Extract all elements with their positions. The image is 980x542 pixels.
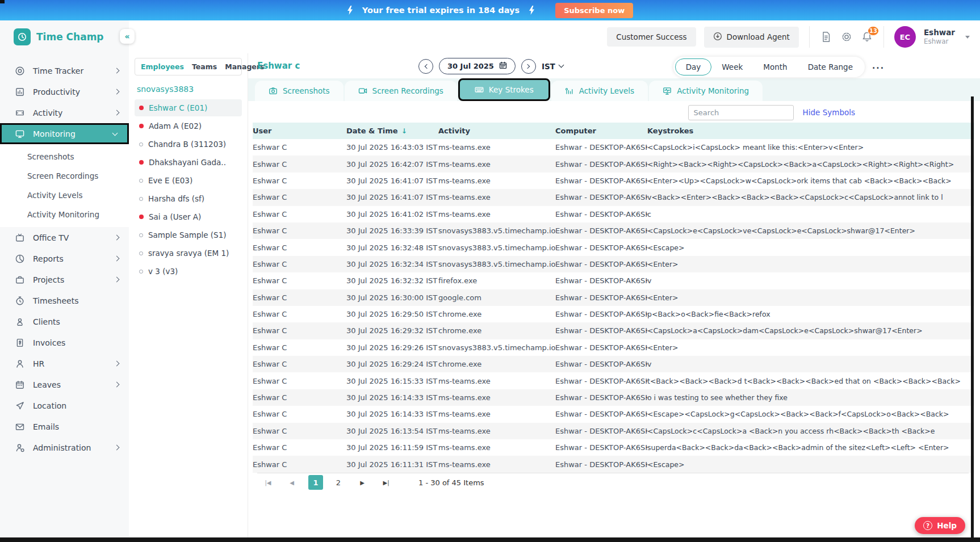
table-row[interactable]: Eshwar C30 Jul 2025 16:29:26 ISTsnovasys… <box>253 339 974 356</box>
table-row[interactable]: Eshwar C30 Jul 2025 16:29:24 ISTchrome.e… <box>253 356 974 372</box>
last-page-button[interactable]: ▶| <box>379 475 393 490</box>
table-toolbar: Hide Symbols <box>248 103 980 121</box>
prev-day-button[interactable] <box>418 59 433 74</box>
table-row[interactable]: Eshwar C30 Jul 2025 16:32:34 ISTsnovasys… <box>253 256 974 272</box>
chevron-right-icon <box>114 277 120 283</box>
table-row[interactable]: Eshwar C30 Jul 2025 16:42:07 ISTms-teams… <box>253 156 974 172</box>
table-row[interactable]: Eshwar C30 Jul 2025 16:13:54 ISTms-teams… <box>253 423 974 439</box>
table-row[interactable]: Eshwar C30 Jul 2025 16:11:59 ISTms-teams… <box>253 439 974 456</box>
settings-gear-icon[interactable] <box>840 31 853 43</box>
table-row[interactable]: Eshwar C30 Jul 2025 16:41:07 ISTms-teams… <box>253 173 974 189</box>
first-page-button[interactable]: |◀ <box>261 475 275 490</box>
sidebar-item-invoices[interactable]: Invoices <box>0 332 129 353</box>
employee-panel-tab-employees[interactable]: Employees <box>141 62 184 71</box>
employee-item[interactable]: Chandra B (311203) <box>135 136 242 153</box>
sidebar-item-hr[interactable]: HR <box>0 353 129 374</box>
column-header-computer[interactable]: Computer <box>555 127 647 135</box>
subscribe-now-button[interactable]: Subscribe now <box>555 3 633 18</box>
paper-plane-icon <box>15 401 25 411</box>
tab-screenshots[interactable]: Screenshots <box>255 81 344 101</box>
column-header-user[interactable]: User <box>253 127 346 135</box>
cell-computer: Eshwar - DESKTOP-AK6SK1… <box>555 410 647 418</box>
column-header-date-time[interactable]: Date & Time↓ <box>346 127 438 135</box>
table-row[interactable]: Eshwar C30 Jul 2025 16:14:33 ISTms-teams… <box>253 389 974 406</box>
document-icon[interactable] <box>820 31 832 43</box>
cell-user: Eshwar C <box>253 226 346 235</box>
sidebar-item-clients[interactable]: Clients <box>0 311 129 332</box>
sidebar-item-monitoring[interactable]: Monitoring <box>0 123 129 144</box>
table-row[interactable]: Eshwar C30 Jul 2025 16:14:33 ISTms-teams… <box>253 406 974 422</box>
download-agent-button[interactable]: Download Agent <box>704 27 799 48</box>
timezone-select[interactable]: IST <box>542 62 563 71</box>
sidebar-item-office-tv[interactable]: Office TV <box>0 227 129 248</box>
employee-item[interactable]: Eve E (E03) <box>135 172 242 189</box>
user-avatar[interactable]: EC <box>894 26 916 48</box>
notification-bell-icon[interactable]: 13 <box>861 31 873 43</box>
table-row[interactable]: Eshwar C30 Jul 2025 16:32:32 ISTfirefox.… <box>253 272 974 289</box>
sidebar-item-activity[interactable]: Activity <box>0 102 129 123</box>
table-header-row: UserDate & Time↓ActivityComputerKeystrok… <box>253 123 974 139</box>
next-page-button[interactable]: ▶ <box>355 475 370 490</box>
employee-item[interactable]: Sai a (User A) <box>135 208 242 225</box>
sidebar-subitem-activity-levels[interactable]: Activity Levels <box>0 186 129 205</box>
date-picker[interactable]: 30 Jul 2025 <box>439 58 516 74</box>
page-title: Eshwar c <box>257 61 300 71</box>
table-row[interactable]: Eshwar C30 Jul 2025 16:41:02 ISTms-teams… <box>253 206 974 222</box>
tab-screen-recordings[interactable]: Screen Recordings <box>345 81 457 101</box>
employee-group-header[interactable]: snovasys3883 <box>137 85 240 94</box>
sidebar-item-productivity[interactable]: Productivity <box>0 81 129 102</box>
sidebar-subitem-activity-monitoring[interactable]: Activity Monitoring <box>0 205 129 224</box>
cell-datetime: 30 Jul 2025 16:33:39 IST <box>346 226 438 235</box>
table-row[interactable]: Eshwar C30 Jul 2025 16:29:32 ISTchrome.e… <box>253 322 974 339</box>
page-button-2[interactable]: 2 <box>331 475 346 490</box>
sidebar-subitem-screenshots[interactable]: Screenshots <box>0 147 129 166</box>
table-row[interactable]: Eshwar C30 Jul 2025 16:29:50 ISTchrome.e… <box>253 306 974 322</box>
page-button-1[interactable]: 1 <box>308 475 323 490</box>
range-tab-week[interactable]: Week <box>711 59 753 75</box>
tab-activity-monitoring[interactable]: Activity Monitoring <box>649 81 763 101</box>
search-input[interactable] <box>688 105 794 120</box>
table-row[interactable]: Eshwar C30 Jul 2025 16:32:48 ISTsnovasys… <box>253 239 974 255</box>
sidebar-item-reports[interactable]: Reports <box>0 248 129 269</box>
user-menu-caret-icon[interactable] <box>965 36 970 39</box>
help-button[interactable]: ? Help <box>915 517 965 534</box>
sidebar-item-time-tracker[interactable]: Time Tracker <box>0 60 129 81</box>
range-tab-date-range[interactable]: Date Range <box>798 59 863 75</box>
sidebar-item-location[interactable]: Location <box>0 395 129 416</box>
range-tab-month[interactable]: Month <box>753 59 797 75</box>
sidebar-collapse-button[interactable]: « <box>120 29 135 44</box>
sidebar-item-administration[interactable]: Administration <box>0 437 129 458</box>
hide-symbols-link[interactable]: Hide Symbols <box>803 108 855 117</box>
next-day-button[interactable] <box>521 59 536 74</box>
table-row[interactable]: Eshwar C30 Jul 2025 16:43:03 ISTms-teams… <box>253 139 974 156</box>
column-header-activity[interactable]: Activity <box>438 127 555 135</box>
table-row[interactable]: Eshwar C30 Jul 2025 16:33:39 ISTsnovasys… <box>253 222 974 239</box>
sidebar-item-timesheets[interactable]: Timesheets <box>0 290 129 311</box>
table-row[interactable]: Eshwar C30 Jul 2025 16:41:07 ISTms-teams… <box>253 189 974 205</box>
cell-user: Eshwar C <box>253 326 346 335</box>
sidebar-item-emails[interactable]: Emails <box>0 416 129 437</box>
cell-keystrokes: o i was testing to see whether they fixe <box>647 393 974 402</box>
column-header-keystrokes[interactable]: Keystrokes <box>647 127 974 135</box>
employee-item[interactable]: sravya sravya (EM 1) <box>135 245 242 262</box>
employee-panel-tab-teams[interactable]: Teams <box>192 62 217 71</box>
employee-item[interactable]: v 3 (v3) <box>135 263 242 280</box>
prev-page-button[interactable]: ◀ <box>284 475 299 490</box>
tab-key-strokes[interactable]: Key Strokes <box>458 78 550 101</box>
employee-item[interactable]: Harsha dfs (sf) <box>135 190 242 207</box>
employee-item[interactable]: Dhakshayani Gada.. <box>135 154 242 171</box>
customer-success-button[interactable]: Customer Success <box>607 27 696 47</box>
table-row[interactable]: Eshwar C30 Jul 2025 16:30:00 ISTgoogle.c… <box>253 289 974 306</box>
cell-activity: ms-teams.exe <box>438 377 555 385</box>
table-row[interactable]: Eshwar C30 Jul 2025 16:11:31 ISTms-teams… <box>253 456 974 472</box>
table-row[interactable]: Eshwar C30 Jul 2025 16:15:33 ISTms-teams… <box>253 372 974 389</box>
more-options-button[interactable]: ... <box>872 61 885 70</box>
employee-item[interactable]: Sample Sample (S1) <box>135 226 242 243</box>
sidebar-item-projects[interactable]: Projects <box>0 269 129 290</box>
sidebar-subitem-screen-recordings[interactable]: Screen Recordings <box>0 166 129 186</box>
sidebar-item-leaves[interactable]: Leaves <box>0 374 129 395</box>
employee-item[interactable]: Eshwar C (E01) <box>135 99 242 116</box>
range-tab-day[interactable]: Day <box>675 58 712 75</box>
employee-item[interactable]: Adam A (E02) <box>135 117 242 135</box>
tab-activity-levels[interactable]: Activity Levels <box>551 81 648 101</box>
